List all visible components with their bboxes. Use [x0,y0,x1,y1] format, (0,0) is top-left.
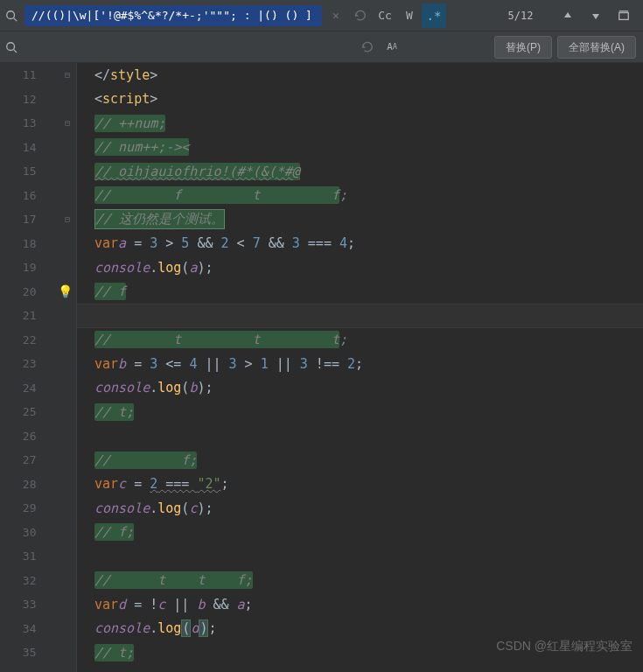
code-area[interactable]: </style> <script> // ++num; // num++;-><… [77,63,643,672]
code-line: // t t f; [77,569,643,593]
code-line: </style> [77,63,643,88]
fold-icon[interactable]: ⊟ [62,70,73,80]
code-line: // f [77,280,643,304]
line-number: 20 [0,285,41,298]
line-number: 27 [0,453,41,466]
line-number: 31 [0,550,41,563]
code-line: // ++num; [77,111,643,136]
editor: 11⊟ 12 13⊟ 14 15 16 17⊟ 18 19 20💡 21 22 … [0,63,643,672]
code-line: console.log(d); [77,617,643,641]
svg-point-4 [7,42,15,50]
regex-icon[interactable]: .* [422,4,446,28]
clear-icon[interactable]: ✕ [324,4,348,28]
line-number: 35 [0,646,41,659]
code-line: // oihjauiofhrio!(#*(&(*#@ [77,159,643,184]
code-line: console.log(c); [77,496,643,521]
svg-point-0 [7,10,15,18]
next-match-icon[interactable] [584,4,608,28]
line-number: 21 [0,309,41,322]
line-number: 26 [0,430,41,443]
code-line: <script> [77,88,643,112]
find-bar: ✕ Cc W .* 5/12 [0,0,643,32]
code-line: // f; [77,521,643,545]
line-number: 29 [0,501,41,514]
replace-button[interactable]: 替换(P) [494,36,552,59]
line-number: 11 [0,68,41,81]
line-number: 22 [0,333,41,346]
code-line: var c = 2 === "2"; [77,472,643,497]
line-number: 30 [0,526,41,539]
line-number: 17 [0,213,41,226]
line-number: 16 [0,189,41,202]
code-line [77,665,643,673]
code-line: // 这仍然是个测试。 [77,207,643,232]
preserve-case-icon[interactable]: AA [380,35,404,60]
code-line [77,424,643,449]
code-line: var a = 3 > 5 && 2 < 7 && 3 === 4; [77,232,643,256]
code-line: console.log(a); [77,256,643,280]
line-number: 33 [0,598,41,611]
prev-match-icon[interactable] [556,4,580,28]
line-number: 15 [0,164,41,178]
gutter: 11⊟ 12 13⊟ 14 15 16 17⊟ 18 19 20💡 21 22 … [0,63,77,672]
code-line [77,544,643,569]
code-line: // t t t; [77,328,643,353]
replace-search-icon [0,41,23,53]
replace-all-button[interactable]: 全部替换(A) [557,36,636,59]
code-line-current [77,304,643,328]
line-number: 12 [0,93,41,106]
watermark: CSDN @红星编程实验室 [496,639,633,654]
line-number: 28 [0,478,41,491]
replace-input[interactable] [23,37,320,58]
search-icon [0,10,23,22]
replace-history-icon[interactable] [355,35,380,60]
whole-word-icon[interactable]: W [397,4,422,28]
line-number: 23 [0,357,41,370]
search-input[interactable] [24,5,322,26]
results-count: 5/12 [486,10,556,22]
lightbulb-icon[interactable]: 💡 [58,284,73,298]
code-line: // num++;->< [77,136,643,160]
search-input-container [24,4,322,28]
svg-line-5 [14,49,17,52]
code-line: // t; [77,400,643,424]
line-number: 13 [0,116,41,130]
select-all-icon[interactable] [612,4,636,28]
case-sensitive-icon[interactable]: Cc [373,4,397,28]
code-line: var b = 3 <= 4 || 3 > 1 || 3 !== 2; [77,352,643,376]
line-number: 19 [0,261,41,274]
line-number: 18 [0,237,41,250]
line-number: 25 [0,405,41,418]
code-line: // f; [77,448,643,472]
code-line: // f t f; [77,184,643,208]
replace-bar: AA 替换(P) 全部替换(A) [0,32,643,63]
line-number: 14 [0,141,41,154]
line-number: 24 [0,382,41,395]
svg-line-1 [14,18,17,21]
history-icon[interactable] [348,4,373,28]
code-line: var d = !c || b && a; [77,592,643,617]
line-number: 34 [0,622,41,635]
fold-icon[interactable]: ⊟ [62,118,73,129]
line-number: 32 [0,574,41,587]
fold-icon[interactable]: ⊟ [62,214,73,225]
code-line: console.log(b); [77,376,643,401]
svg-rect-2 [619,12,629,19]
